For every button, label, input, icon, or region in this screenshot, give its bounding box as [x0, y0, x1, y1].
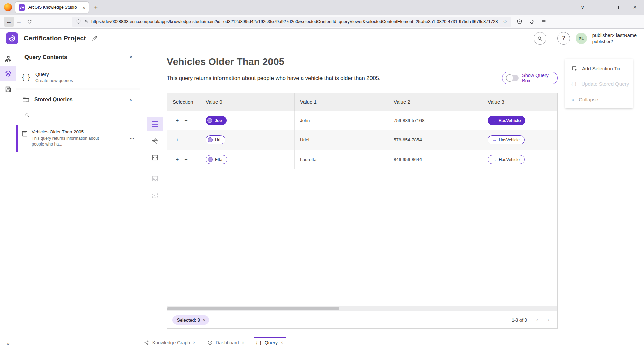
arcgis-knowledge-logo: [6, 32, 18, 44]
stored-queries-header[interactable]: Stored Queries ∧: [16, 90, 140, 106]
clear-selection-icon[interactable]: ×: [203, 317, 206, 323]
tab-dashboard[interactable]: Dashboard ×: [207, 337, 244, 348]
table-row[interactable]: + − Joe John 759-889-57168 →HasVehicle: [167, 111, 557, 130]
item-options-icon[interactable]: •••: [130, 136, 134, 140]
search-button[interactable]: [534, 32, 546, 45]
close-tab-icon[interactable]: ×: [281, 340, 283, 345]
window-maximize-button[interactable]: [615, 6, 619, 9]
query-create-item[interactable]: { } Query Create new queries: [16, 67, 140, 88]
user-avatar[interactable]: PL: [576, 33, 587, 44]
entity-dot-icon: [207, 118, 212, 123]
menu-item-add-selection-to[interactable]: Add Selection To: [565, 61, 633, 76]
user-name-line2: publisher2: [592, 39, 637, 45]
hierarchy-icon: [5, 56, 12, 63]
menu-item-update-stored-query[interactable]: { } Update Stored Query: [565, 76, 633, 92]
list-tabs-icon[interactable]: ∨: [581, 4, 584, 10]
expand-rail-icon[interactable]: »: [0, 340, 16, 346]
entity-pill[interactable]: Joe: [206, 116, 227, 125]
relationship-pill[interactable]: →HasVehicle: [488, 116, 525, 125]
tab-query[interactable]: { } Query ×: [256, 337, 283, 348]
table-icon: [151, 120, 159, 128]
help-button[interactable]: ?: [557, 32, 570, 45]
entity-pill[interactable]: Uri: [206, 135, 225, 144]
edit-title-icon[interactable]: [92, 35, 98, 41]
query-contents-panel: Query Contents × { } Query Create new qu…: [16, 48, 140, 348]
menu-item-collapse[interactable]: » Collapse: [565, 92, 633, 107]
close-tab-icon[interactable]: ×: [193, 340, 195, 345]
selected-count-chip[interactable]: Selected: 3 ×: [172, 315, 209, 325]
show-query-box-toggle[interactable]: Show Query Box: [502, 72, 558, 84]
extensions-puzzle-icon[interactable]: [529, 19, 534, 24]
remove-from-selection-icon[interactable]: −: [184, 137, 187, 143]
select-area-button[interactable]: [147, 188, 163, 202]
table-view-button[interactable]: [147, 117, 163, 131]
braces-icon: { }: [571, 81, 577, 86]
reload-button[interactable]: [24, 17, 34, 27]
column-header-value0[interactable]: Value 0: [200, 93, 295, 111]
url-text: https://dev0028833.esri.com/portal/apps/…: [91, 19, 500, 24]
user-name[interactable]: publisher2 lastName publisher2: [592, 32, 637, 44]
braces-icon: { }: [256, 340, 262, 345]
column-header-value3[interactable]: Value 3: [482, 93, 558, 111]
table-row[interactable]: + − Uri Uriel 578-654-7854 →HasVehicle: [167, 130, 557, 150]
results-table: Selection Value 0 Value 1 Value 2 Value …: [167, 93, 558, 329]
column-header-selection[interactable]: Selection: [167, 93, 200, 111]
bookmark-star-icon[interactable]: ☆: [503, 19, 507, 25]
column-header-value1[interactable]: Value 1: [295, 93, 388, 111]
stored-queries-search-input[interactable]: [21, 109, 135, 121]
collapse-section-icon[interactable]: ∧: [129, 97, 132, 102]
sidebar-item-save[interactable]: [0, 81, 16, 97]
header-divider: [552, 33, 552, 43]
link-chart-icon: [151, 137, 159, 144]
browser-tab[interactable]: ArcGIS Knowledge Studio ×: [15, 2, 89, 13]
relationship-pill[interactable]: →HasVehicle: [488, 135, 525, 144]
privacy-shield-icon[interactable]: [517, 19, 522, 24]
remove-from-selection-icon[interactable]: −: [184, 157, 187, 163]
toggle-track[interactable]: [506, 75, 519, 81]
stored-query-title: Vehicles Older Than 2005: [32, 129, 99, 134]
firefox-logo-icon[interactable]: [4, 3, 12, 11]
selected-count-label: Selected: 3: [177, 317, 200, 323]
menu-hamburger-icon[interactable]: [541, 19, 546, 24]
tab-knowledge-graph[interactable]: Knowledge Graph ×: [144, 337, 195, 348]
panel-close-icon[interactable]: ×: [129, 54, 132, 60]
back-button[interactable]: ←: [4, 17, 14, 27]
stored-queries-title: Stored Queries: [34, 97, 124, 103]
new-tab-button[interactable]: +: [94, 4, 98, 11]
add-to-selection-icon[interactable]: +: [176, 118, 179, 124]
add-to-selection-icon[interactable]: +: [176, 157, 179, 163]
stored-query-item[interactable]: Vehicles Older Than 2005 This query retu…: [16, 125, 140, 152]
context-menu: Add Selection To { } Update Stored Query…: [565, 59, 633, 108]
select-area-icon: [151, 192, 159, 199]
next-page-icon[interactable]: ›: [547, 316, 549, 323]
entity-dot-icon: [208, 137, 213, 142]
link-chart-button[interactable]: [147, 134, 163, 148]
remove-from-selection-icon[interactable]: −: [184, 118, 187, 124]
map-overview-button[interactable]: [147, 172, 163, 186]
browser-tabstrip: ArcGIS Knowledge Studio × + ∨ – ×: [0, 0, 644, 15]
scrollbar-thumb[interactable]: [167, 307, 339, 310]
forward-button[interactable]: →: [14, 17, 24, 27]
window-minimize-button[interactable]: –: [598, 5, 601, 10]
app-header: Certification Project ? PL publisher2 la…: [0, 29, 644, 48]
arcgis-favicon-icon: [19, 4, 25, 11]
window-close-button[interactable]: ×: [633, 4, 637, 11]
table-row[interactable]: + − Etta Lauretta 846-956-8644 →HasVehic…: [167, 150, 557, 169]
map-view-button[interactable]: [147, 151, 163, 165]
cell-value2: 846-956-8644: [388, 150, 482, 169]
entity-pill[interactable]: Etta: [206, 155, 227, 164]
horizontal-scrollbar[interactable]: [167, 306, 557, 311]
add-to-selection-icon[interactable]: +: [176, 137, 179, 143]
prev-page-icon[interactable]: ‹: [536, 316, 538, 323]
map-icon: [151, 154, 159, 161]
relationship-pill[interactable]: →HasVehicle: [488, 155, 525, 164]
query-item-subtitle: Create new queries: [35, 78, 73, 83]
url-field[interactable]: https://dev0028833.esri.com/portal/apps/…: [72, 17, 511, 27]
sidebar-item-data-model[interactable]: [0, 51, 16, 67]
add-frame-icon: [571, 65, 577, 71]
column-header-value2[interactable]: Value 2: [388, 93, 482, 111]
tab-close-icon[interactable]: ×: [82, 5, 85, 10]
sidebar-item-contents[interactable]: [0, 66, 16, 81]
close-tab-icon[interactable]: ×: [242, 340, 244, 345]
cell-value2: 759-889-57168: [388, 111, 482, 130]
